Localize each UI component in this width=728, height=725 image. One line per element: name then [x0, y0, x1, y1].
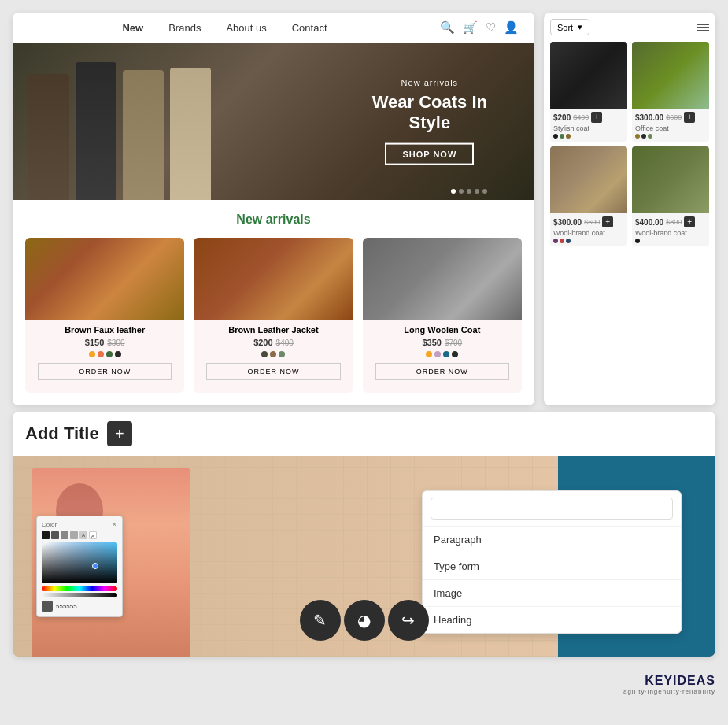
- product-name-1: Brown Faux leather: [31, 325, 178, 335]
- cp-tool-2[interactable]: [51, 531, 59, 539]
- cp-gradient-box[interactable]: [42, 542, 117, 583]
- figure-4: [170, 68, 211, 200]
- color-dot[interactable]: [434, 351, 441, 357]
- right-add-button-1[interactable]: +: [591, 112, 602, 123]
- color-dot[interactable]: [452, 351, 458, 357]
- color-dots-3: [369, 351, 516, 357]
- color-dot[interactable]: [115, 351, 121, 357]
- color-dot[interactable]: [270, 351, 276, 357]
- product-image-3: [363, 238, 522, 320]
- product-prices-2: $200 $400: [200, 338, 346, 347]
- hamburger-line-1: [697, 24, 709, 25]
- right-product-image-2: [632, 42, 709, 109]
- order-button-2[interactable]: ORDER NOW: [206, 363, 340, 380]
- edit-button[interactable]: ✎: [300, 600, 341, 641]
- color-dot[interactable]: [279, 351, 285, 357]
- right-product-info-4: $400.00 $800 + Wool-brand coat: [632, 213, 709, 246]
- color-dot[interactable]: [443, 351, 449, 357]
- shop-now-button[interactable]: SHOP NOW: [385, 142, 474, 165]
- cp-tool-4[interactable]: [70, 531, 78, 539]
- right-price-current-3: $300.00: [553, 218, 582, 227]
- right-color-dot[interactable]: [566, 239, 571, 243]
- dot-3: [467, 189, 471, 194]
- hero-subtitle: New arrivals: [372, 78, 487, 87]
- right-panel-header: Sort ▾: [550, 19, 709, 35]
- right-add-button-2[interactable]: +: [684, 112, 695, 123]
- price-current-2: $200: [253, 338, 272, 347]
- cp-tool-6[interactable]: A: [89, 531, 97, 539]
- dropdown-item-heading[interactable]: Heading: [423, 607, 681, 633]
- dropdown-item-typeform[interactable]: Type form: [423, 553, 681, 579]
- color-picker-close-button[interactable]: ✕: [112, 521, 117, 528]
- cp-handle[interactable]: [92, 563, 98, 569]
- right-color-dots-3: [553, 239, 624, 243]
- right-color-dot[interactable]: [553, 134, 558, 139]
- right-products-grid: $200 $400 + Stylish coat: [550, 42, 709, 246]
- nav-link-contact[interactable]: Contact: [292, 22, 327, 34]
- right-product-name-3: Wool-brand coat: [553, 229, 624, 237]
- product-info-2: Brown Leather Jacket $200 $400 ORDER NOW: [194, 320, 353, 385]
- color-dot[interactable]: [426, 351, 432, 357]
- color-dot[interactable]: [261, 351, 268, 357]
- right-add-button-4[interactable]: +: [684, 216, 695, 227]
- right-price-original-2: $600: [666, 113, 682, 121]
- right-color-dot[interactable]: [560, 134, 564, 139]
- product-card-3: Long Woolen Coat $350 $700 ORDER NOW: [363, 238, 522, 393]
- bottom-section: Add Title +: [0, 412, 728, 669]
- right-product-card-3: $300.00 $600 + Wool-brand coat: [550, 146, 627, 246]
- right-color-dot[interactable]: [641, 134, 646, 139]
- right-color-dot[interactable]: [566, 134, 571, 139]
- right-product-card-1: $200 $400 + Stylish coat: [550, 42, 627, 142]
- color-dot[interactable]: [106, 351, 113, 357]
- right-color-dot[interactable]: [553, 239, 558, 243]
- cp-spectrum[interactable]: [42, 586, 117, 591]
- cp-opacity-slider[interactable]: [42, 593, 117, 597]
- right-color-dot[interactable]: [635, 239, 640, 243]
- cp-tool-1[interactable]: [42, 531, 50, 539]
- right-color-dot[interactable]: [635, 134, 640, 139]
- hero-banner: New arrivals Wear Coats InStyle SHOP NOW: [13, 43, 534, 200]
- dot-1: [451, 189, 456, 194]
- right-color-dot[interactable]: [560, 239, 564, 243]
- nav-link-about[interactable]: About us: [226, 22, 266, 34]
- order-button-3[interactable]: ORDER NOW: [375, 363, 509, 380]
- cart-icon[interactable]: 🛒: [463, 20, 478, 35]
- color-picker-widget: Color ✕ A A: [36, 516, 123, 617]
- order-button-1[interactable]: ORDER NOW: [38, 363, 172, 380]
- sort-select[interactable]: Sort ▾: [550, 19, 589, 35]
- product-info-1: Brown Faux leather $150 $300 ORDER NOW: [25, 320, 184, 385]
- nav-link-new[interactable]: New: [122, 22, 143, 34]
- cp-tool-3[interactable]: [61, 531, 68, 539]
- right-price-current-2: $300.00: [635, 113, 663, 122]
- cp-hex-value[interactable]: 555555: [56, 603, 77, 610]
- color-dots-2: [200, 351, 346, 357]
- product-image-1: [25, 238, 184, 320]
- user-button[interactable]: ◕: [344, 600, 385, 641]
- dropdown-item-paragraph[interactable]: Paragraph: [423, 527, 681, 553]
- user-icon[interactable]: 👤: [504, 20, 519, 35]
- dropdown-search-input[interactable]: [431, 498, 673, 520]
- nav-link-brands[interactable]: Brands: [168, 22, 201, 34]
- right-color-dot[interactable]: [648, 134, 652, 139]
- wishlist-icon[interactable]: ♡: [486, 20, 496, 35]
- section-title-rest: arrivals: [266, 213, 311, 226]
- right-add-button-3[interactable]: +: [602, 216, 613, 227]
- right-color-dots-1: [553, 134, 624, 139]
- top-section: New Brands About us Contact 🔍 🛒 ♡ 👤: [0, 0, 728, 412]
- redo-button[interactable]: ↪: [388, 600, 429, 641]
- hamburger-line-3: [697, 30, 709, 31]
- add-plus-button[interactable]: +: [107, 421, 132, 446]
- cp-tool-5[interactable]: A: [79, 531, 87, 539]
- figure-2: [76, 62, 116, 200]
- right-product-prices-2: $300.00 $600 +: [635, 112, 706, 123]
- dropdown-item-image[interactable]: Image: [423, 580, 681, 606]
- color-dot[interactable]: [98, 351, 104, 357]
- search-icon[interactable]: 🔍: [440, 20, 455, 35]
- right-product-info-1: $200 $400 + Stylish coat: [550, 109, 627, 142]
- color-dots-1: [31, 351, 178, 357]
- section-title: New arrivals: [25, 213, 522, 227]
- color-dot[interactable]: [89, 351, 95, 357]
- hamburger-icon[interactable]: [697, 24, 709, 31]
- right-product-info-3: $300.00 $600 + Wool-brand coat: [550, 213, 627, 246]
- right-price-current-1: $200: [553, 113, 571, 122]
